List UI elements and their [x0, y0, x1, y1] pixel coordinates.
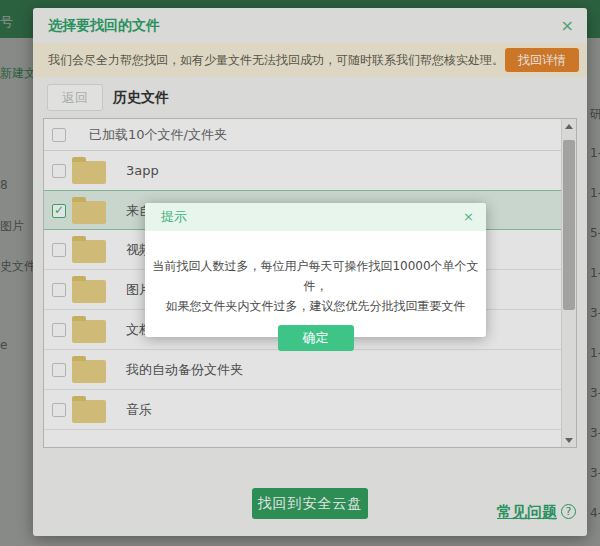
- tip-dialog-title: 提示: [161, 203, 187, 231]
- tip-dialog-body: 当前找回人数过多，每位用户每天可操作找回10000个单个文件， 如果您文件夹内文…: [145, 231, 486, 351]
- ok-button[interactable]: 确定: [278, 325, 354, 351]
- tip-dialog-header: 提示 ×: [145, 203, 486, 231]
- tip-dialog: 提示 × 当前找回人数过多，每位用户每天可操作找回10000个单个文件， 如果您…: [145, 203, 486, 337]
- tip-message-line2: 如果您文件夹内文件过多，建议您优先分批找回重要文件: [145, 296, 486, 316]
- tip-dialog-close-icon[interactable]: ×: [463, 203, 474, 231]
- screen: 号新建文8图片史文件e 研1-1-5-1-3-1-3-3-3-4- 选择要找回的…: [0, 0, 600, 546]
- tip-message-line1: 当前找回人数过多，每位用户每天可操作找回10000个单个文件，: [145, 256, 486, 296]
